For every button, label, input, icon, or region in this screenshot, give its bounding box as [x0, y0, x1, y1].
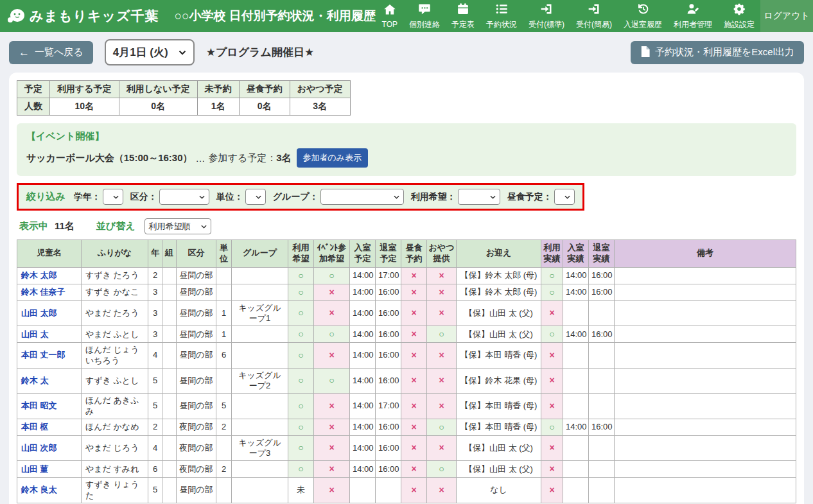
entry-plan-cell: 14:00 [350, 368, 376, 394]
entry-actual-cell [563, 435, 589, 461]
use-wish-cell: ○ [288, 326, 314, 343]
event-wish-cell: × [314, 478, 350, 503]
kana-cell: ほんだ あきふみ [82, 394, 148, 419]
kana-cell: やまだ じろう [82, 435, 148, 461]
kana-cell: すずき たろう [82, 267, 148, 284]
category-cell: 昼間の部 [177, 343, 216, 369]
entry-plan-cell: 14:00 [350, 419, 376, 435]
category-cell: 昼間の部 [177, 267, 216, 284]
snack-cell: × [427, 478, 457, 503]
sort-select[interactable]: 利用希望順 [144, 218, 211, 234]
snack-cell: ○ [427, 461, 457, 478]
use-wish-cell: ○ [288, 419, 314, 435]
child-name-cell[interactable]: 鈴木 良太 [17, 478, 82, 503]
entry-plan-cell: 14:00 [350, 435, 376, 461]
app-logo[interactable]: みまもりキッズ千葉 [6, 7, 159, 25]
event-participate-label: 参加する予定： [209, 152, 277, 164]
sort-label: 並び替え [96, 220, 136, 232]
pickup-cell: なし [457, 478, 541, 503]
lunch-filter-select[interactable] [554, 189, 575, 205]
use-wish-cell: ○ [288, 284, 314, 300]
nav-item-user-management[interactable]: 利用者管理 [668, 0, 718, 32]
category-cell: 昼間の部 [177, 394, 216, 419]
entry-actual-cell [563, 478, 589, 503]
group-cell: キッズグループ3 [232, 435, 288, 461]
child-name-cell[interactable]: 本田 枢 [17, 419, 82, 435]
nav-item-checkin-simple[interactable]: 受付(簡易) [570, 0, 618, 32]
class-cell [162, 326, 177, 343]
date-select[interactable]: 4月1日 (火) [105, 39, 195, 65]
entry-actual-cell [563, 394, 589, 419]
child-name-cell[interactable]: 本田 昭文 [17, 394, 82, 419]
nav-item-reservations[interactable]: 予約状況 [480, 0, 523, 32]
class-cell [162, 267, 177, 284]
nav-label: 予約状況 [486, 19, 517, 30]
class-cell [162, 343, 177, 369]
show-participants-button[interactable]: 参加者のみ表示 [297, 148, 369, 168]
nav-item-entry-history[interactable]: 入退室履歴 [618, 0, 668, 32]
child-name-cell[interactable]: 鈴木 太 [17, 368, 82, 394]
calendar-icon [457, 3, 469, 17]
nav-item-schedule[interactable]: 予定表 [446, 0, 480, 32]
category-filter-select[interactable] [159, 189, 209, 205]
entry-actual-cell [563, 343, 589, 369]
lunch-cell: × [401, 326, 427, 343]
event-wish-cell: × [314, 435, 350, 461]
nav-item-top[interactable]: TOP [376, 0, 403, 32]
back-button[interactable]: ← 一覧へ戻る [9, 41, 93, 64]
pickup-cell: 【保】本田 晴香 (母) [457, 419, 541, 435]
back-arrow-icon: ← [19, 46, 30, 59]
chevron-down-icon [394, 195, 399, 199]
excel-export-button[interactable]: 予約状況・利用履歴をExcel出力 [631, 41, 804, 64]
table-row: 本田 枢ほんだ かなめ2夜間の部2○×14:0016:00×○【保】本田 晴香 … [17, 419, 796, 435]
child-name-cell[interactable]: 山田 太郎 [17, 300, 82, 326]
category-cell: 夜間の部 [177, 461, 216, 478]
event-box: 【イベント開催】 サッカーボール大会 （15:00～16:30） … 参加する予… [17, 123, 796, 176]
child-name-cell[interactable]: 山田 菫 [17, 461, 82, 478]
filter-field-category: 区分： [130, 189, 209, 205]
col-header-child-name: 児童名 [17, 240, 82, 268]
pickup-cell: 【保】山田 太 (父) [457, 326, 541, 343]
lunch-cell: × [401, 461, 427, 478]
class-cell [162, 435, 177, 461]
filter-box: 絞り込み 学年： 区分： 単位： グループ： 利用希望： 昼食予定： [17, 183, 584, 211]
child-name-cell[interactable]: 山田 太 [17, 326, 82, 343]
snack-cell: ○ [427, 419, 457, 435]
nav-item-facility-settings[interactable]: 施設設定 [718, 0, 760, 32]
unit-cell [216, 284, 232, 300]
entry-plan-cell: 14:00 [350, 343, 376, 369]
unit-cell [216, 435, 232, 461]
home-icon [383, 3, 396, 18]
nav-item-contact[interactable]: 個別連絡 [403, 0, 446, 32]
snack-cell: × [427, 343, 457, 369]
chevron-down-icon [564, 195, 570, 199]
nav-label: 個別連絡 [409, 19, 440, 30]
class-cell [162, 394, 177, 419]
date-select-value: 4月1日 (火) [113, 45, 168, 60]
child-name-cell[interactable]: 本田 丈一郎 [17, 343, 82, 369]
class-cell [162, 478, 177, 503]
kana-cell: すずき りょうた [82, 478, 148, 503]
nav-item-checkin-standard[interactable]: 受付(標準) [523, 0, 570, 32]
document-icon [640, 46, 650, 59]
col-header-grade: 年 [148, 240, 162, 268]
logout-button[interactable]: ログアウト [760, 0, 813, 32]
snack-cell: × [427, 300, 457, 326]
grade-filter-select[interactable] [103, 189, 123, 205]
col-header-exit-plan: 退室予定 [376, 240, 401, 268]
group-filter-select[interactable] [320, 189, 404, 205]
exit-plan-cell: 17:00 [376, 394, 401, 419]
attendance-table: 児童名ふりがな年組区分単位グループ利用希望ｲﾍﾞﾝﾄ参加希望入室予定退室予定昼食… [17, 239, 796, 503]
table-row: 本田 昭文ほんだ あきふみ5昼間の部5○×14:0017:00××【保】本田 晴… [17, 394, 796, 419]
unit-cell: 5 [216, 394, 232, 419]
child-name-cell[interactable]: 鈴木 太郎 [17, 267, 82, 284]
snack-cell: × [427, 267, 457, 284]
note-cell [615, 435, 796, 461]
unit-filter-select[interactable] [245, 189, 266, 205]
use-wish-filter-select[interactable] [458, 189, 500, 205]
child-name-cell[interactable]: 山田 次郎 [17, 435, 82, 461]
summary-value: 1名 [197, 98, 239, 116]
child-name-cell[interactable]: 鈴木 佳奈子 [17, 284, 82, 300]
filter-field-use-wish: 利用希望： [411, 189, 500, 205]
lunch-cell: × [401, 478, 427, 503]
